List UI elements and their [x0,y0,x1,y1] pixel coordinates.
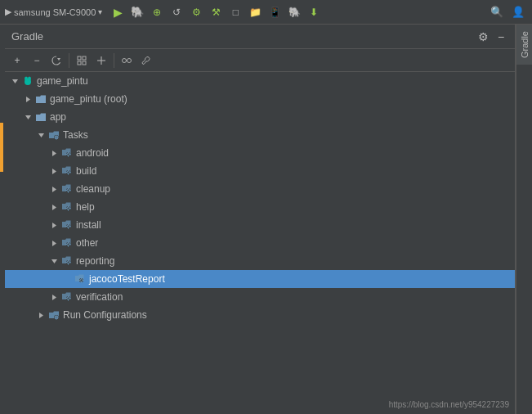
tree-arrow-app[interactable] [21,110,34,124]
tree-arrow-help[interactable] [47,200,60,214]
tree-icon-install [60,218,74,232]
terminal-icon[interactable]: ⬇ [305,3,323,21]
refresh-button[interactable] [47,52,65,70]
svg-rect-71 [81,278,82,280]
separator1 [69,53,69,68]
remove-button[interactable]: − [28,52,46,70]
phone-icon[interactable]: 📱 [266,3,284,21]
tree-arrow-android[interactable] [47,146,60,160]
tree-icon-other [60,236,74,250]
tree-node-jacocoTestReport[interactable]: jacocoTestReport [5,270,515,288]
svg-rect-45 [68,209,69,211]
run-icon[interactable]: ▶ [109,3,127,21]
panel-minimize-icon[interactable]: − [494,29,508,44]
tree-node-game_pintu_root2[interactable]: game_pintu (root) [5,90,515,108]
tree-node-reporting[interactable]: reporting [5,252,515,270]
tree-arrow-game_pintu_root[interactable] [8,74,21,88]
svg-rect-73 [79,280,81,281]
tree-label-help: help [76,201,95,213]
svg-marker-48 [52,223,56,228]
tree-arrow-tasks[interactable] [34,128,47,142]
tree-arrow-reporting[interactable] [47,254,60,268]
svg-marker-41 [52,205,56,210]
tree-arrow-verification[interactable] [47,290,60,304]
search-icon[interactable]: 🔍 [488,3,506,21]
tree-node-help[interactable]: help [5,198,515,216]
svg-rect-52 [68,227,69,229]
sync-icon[interactable]: ⊕ [148,3,166,21]
tree-label-game_pintu_root2: game_pintu (root) [50,93,127,105]
device-dropdown-arrow[interactable]: ▾ [98,7,102,16]
watermark: https://blog.csdn.net/y954227239 [389,400,509,409]
settings-icon2[interactable]: ⚙ [187,3,205,21]
tree-label-jacocoTestReport: jacocoTestReport [89,273,165,285]
svg-rect-46 [66,208,68,209]
svg-marker-13 [26,97,30,102]
device-name: samsung SM-C9000 [14,7,96,17]
gradle-tree: game_pintugame_pintu (root)appTasksandro… [5,72,515,414]
tree-arrow-other[interactable] [47,236,60,250]
tree-label-android: android [76,147,109,159]
tree-node-cleanup[interactable]: cleanup [5,180,515,198]
tree-node-run_configurations[interactable]: Run Configurations [5,306,515,324]
tree-node-install[interactable]: install [5,216,515,234]
svg-rect-31 [68,173,69,175]
svg-rect-30 [68,170,69,172]
tree-node-app[interactable]: app [5,108,515,126]
wrench-button[interactable] [137,52,155,70]
top-toolbar: ▶ samsung SM-C9000 ▾ ▶ 🐘 ⊕ ↺ ⚙ ⚒ □ 📁 📱 🐘… [0,0,532,25]
right-sidebar[interactable]: Gradle [516,25,532,414]
tree-arrow-cleanup[interactable] [47,182,60,196]
tree-arrow-install[interactable] [47,218,60,232]
user-icon[interactable]: 👤 [509,3,527,21]
top-toolbar-icons: ▶ 🐘 ⊕ ↺ ⚙ ⚒ □ 📁 📱 🐘 ⬇ [109,3,323,21]
gradle2-icon[interactable]: 🐘 [285,3,303,21]
tree-arrow-run_configurations[interactable] [34,308,47,322]
device-selector[interactable]: ▶ samsung SM-C9000 ▾ [5,7,102,17]
expand-button[interactable] [92,52,110,70]
svg-rect-37 [68,188,69,190]
gradle-panel: Gradle ⚙ − + − [5,25,516,414]
panel-header-icons: ⚙ − [476,29,508,44]
svg-point-11 [25,77,28,81]
svg-rect-53 [66,226,68,227]
svg-point-6 [123,58,127,62]
tree-node-verification[interactable]: verification [5,288,515,306]
tree-node-tasks[interactable]: Tasks [5,126,515,144]
svg-marker-62 [51,259,57,263]
tree-icon-app [34,110,47,124]
svg-rect-79 [68,299,69,301]
tree-node-android[interactable]: android [5,144,515,162]
tree-icon-verification [60,290,74,304]
svg-rect-39 [66,190,68,191]
svg-marker-20 [52,151,56,156]
tree-node-game_pintu_root[interactable]: game_pintu [5,72,515,90]
tree-label-cleanup: cleanup [76,183,110,195]
svg-rect-23 [68,152,69,154]
tree-icon-game_pintu_root2 [34,92,47,106]
refresh-icon[interactable]: ↺ [168,3,186,21]
svg-rect-3 [83,61,86,65]
svg-rect-40 [69,190,71,191]
right-tab-gradle[interactable]: Gradle [516,25,532,65]
add-button[interactable]: + [8,52,26,70]
build-icon[interactable]: ⚒ [207,3,225,21]
tree-label-app: app [50,111,66,123]
tree-toolbar: + − [5,49,515,72]
square-icon[interactable]: □ [226,3,244,21]
svg-rect-68 [69,262,71,263]
svg-rect-32 [66,172,68,173]
link-button[interactable] [118,52,136,70]
svg-rect-2 [78,61,81,65]
svg-point-12 [28,77,31,81]
tree-arrow-game_pintu_root2[interactable] [21,92,34,106]
gradle-icon[interactable]: 🐘 [128,3,146,21]
collapse-all-button[interactable] [73,52,91,70]
tree-arrow-build[interactable] [47,164,60,178]
folder-icon2[interactable]: 📁 [246,3,264,21]
svg-rect-74 [83,280,84,281]
tree-icon-cleanup [60,182,74,196]
tree-node-other[interactable]: other [5,234,515,252]
panel-settings-icon[interactable]: ⚙ [476,29,490,44]
tree-node-build[interactable]: build [5,162,515,180]
